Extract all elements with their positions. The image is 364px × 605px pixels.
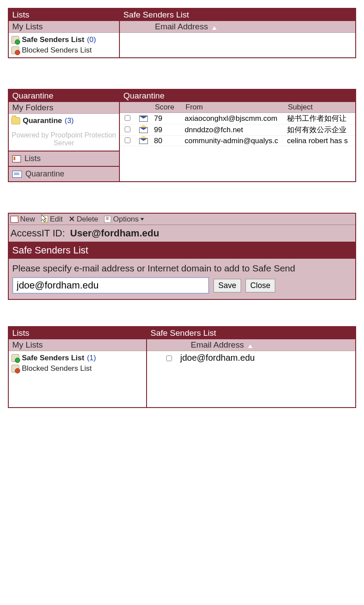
envelope-open-icon: [139, 127, 148, 133]
quarantine-table: Score From Subject 79 axiaoconghxl@bjscm…: [120, 102, 355, 146]
content-title: Safe Senders List: [147, 327, 355, 339]
instruction-text: Please specify e-mail address or Interne…: [9, 259, 355, 277]
powered-by-text: Powered by Proofpoint Protection Server: [9, 128, 119, 151]
lists-panel-empty: Lists My Lists Safe Senders List (0) Blo…: [8, 8, 356, 58]
tree-item-safe-senders[interactable]: Safe Senders List (1): [11, 353, 144, 363]
tree-item-label: Safe Senders List: [22, 354, 84, 362]
column-label: Email Address: [191, 340, 244, 350]
lists-icon: [12, 155, 21, 162]
toolbar-new[interactable]: New: [10, 215, 35, 224]
row-checkbox[interactable]: [125, 137, 130, 143]
envelope-closed-icon: [139, 116, 148, 122]
sort-ascending-icon: [248, 345, 252, 348]
tree-item-label: Safe Senders List: [22, 35, 84, 44]
row-checkbox[interactable]: [125, 127, 130, 132]
tree-item-label: Quarantine: [23, 116, 62, 125]
toolbar-delete[interactable]: ✕ Delete: [69, 215, 98, 224]
cell-from: dnnddzo@fch.net: [183, 124, 285, 136]
toolbar-label: Options: [113, 215, 139, 224]
quarantine-sidebar: Quarantine My Folders Quarantine (3) Pow…: [9, 90, 120, 181]
accessit-id-row: AccessIT ID: User@fordham.edu: [9, 225, 355, 242]
sender-email: jdoe@fordham.edu: [180, 353, 255, 363]
tree-item-safe-senders[interactable]: Safe Senders List (0): [11, 35, 116, 45]
cell-score: 80: [152, 136, 183, 146]
shield-block-icon: [11, 365, 19, 373]
toolbar-label: New: [20, 215, 35, 224]
tree-item-label: Blocked Senders List: [22, 46, 92, 55]
nav-lists[interactable]: Lists: [9, 151, 119, 166]
sidebar-title: Lists: [9, 9, 119, 21]
table-row[interactable]: 99 dnnddzo@fch.net 如何有效公示企业: [120, 124, 355, 136]
folder-icon: [11, 117, 20, 124]
cell-subject: 秘书工作者如何让: [285, 113, 355, 124]
quarantine-content: Quarantine Score From Subject 79 axiaoco…: [120, 90, 355, 181]
edit-panel: New Edit ✕ Delete Options AccessIT ID: U…: [8, 213, 356, 300]
section-title: Safe Senders List: [9, 242, 355, 259]
lists-sidebar: Lists My Lists Safe Senders List (0) Blo…: [9, 9, 120, 57]
safe-senders-content: Safe Senders List Email Address jdoe@for…: [147, 327, 355, 407]
sender-list-row[interactable]: jdoe@fordham.edu: [147, 351, 355, 363]
tree-item-count: (1): [87, 354, 96, 362]
delete-icon: ✕: [69, 215, 75, 224]
shield-check-icon: [11, 354, 19, 362]
sidebar-subtitle: My Lists: [9, 339, 146, 351]
table-row[interactable]: 80 community-admin@qualys.c celina rober…: [120, 136, 355, 146]
envelope-open-icon: [139, 138, 148, 144]
tree-item-count: (3): [65, 116, 74, 125]
toolbar: New Edit ✕ Delete Options: [9, 214, 355, 225]
column-header-email[interactable]: Email Address: [120, 21, 355, 33]
new-icon: [10, 216, 18, 223]
toolbar-label: Delete: [77, 215, 98, 224]
sidebar-subtitle: My Folders: [9, 102, 119, 114]
lists-panel-populated: Lists My Lists Safe Senders List (1) Blo…: [8, 326, 356, 408]
add-sender-row: Save Close: [9, 277, 355, 299]
column-header-email[interactable]: Email Address: [147, 339, 355, 351]
accessit-label: AccessIT ID:: [10, 228, 65, 239]
sidebar-title: Lists: [9, 327, 146, 339]
tree-item-count: (0): [87, 35, 96, 44]
options-icon: [104, 216, 111, 223]
close-button[interactable]: Close: [245, 279, 275, 292]
lists-tree: Safe Senders List (1) Blocked Senders Li…: [9, 351, 146, 407]
shield-block-icon: [11, 46, 19, 54]
lists-tree: Safe Senders List (0) Blocked Senders Li…: [9, 33, 119, 57]
quarantine-icon: [12, 171, 22, 178]
toolbar-options[interactable]: Options: [104, 215, 144, 224]
cell-score: 99: [152, 124, 183, 136]
lists-sidebar: Lists My Lists Safe Senders List (1) Blo…: [9, 327, 147, 407]
svg-marker-1: [41, 215, 46, 222]
email-input[interactable]: [12, 277, 209, 294]
safe-senders-content: Safe Senders List Email Address: [120, 9, 355, 57]
dropdown-caret-icon: [140, 218, 144, 221]
row-checkbox[interactable]: [166, 355, 172, 361]
row-checkbox[interactable]: [125, 115, 130, 121]
column-subject[interactable]: Subject: [285, 102, 355, 113]
tree-item-blocked-senders[interactable]: Blocked Senders List: [11, 363, 144, 374]
content-title: Safe Senders List: [120, 9, 355, 21]
accessit-value: User@fordham.edu: [70, 228, 159, 239]
content-title: Quarantine: [120, 90, 355, 102]
nav-label: Lists: [24, 154, 41, 163]
cell-from: axiaoconghxl@bjscmm.com: [183, 113, 285, 124]
sort-ascending-icon: [212, 26, 217, 30]
tree-item-quarantine-folder[interactable]: Quarantine (3): [11, 116, 116, 126]
cell-score: 79: [152, 113, 183, 124]
column-label: Email Address: [155, 22, 208, 32]
cell-from: community-admin@qualys.c: [183, 136, 285, 146]
shield-check-icon: [11, 36, 19, 44]
column-score[interactable]: Score: [152, 102, 183, 113]
table-row[interactable]: 79 axiaoconghxl@bjscmm.com 秘书工作者如何让: [120, 113, 355, 124]
cell-subject: 如何有效公示企业: [285, 124, 355, 136]
nav-label: Quarantine: [25, 169, 64, 179]
folders-tree: Quarantine (3): [9, 114, 119, 128]
sidebar-title: Quarantine: [9, 90, 119, 102]
sidebar-subtitle: My Lists: [9, 21, 119, 33]
tree-item-blocked-senders[interactable]: Blocked Senders List: [11, 45, 116, 56]
nav-quarantine[interactable]: Quarantine: [9, 166, 119, 181]
toolbar-label: Edit: [50, 215, 63, 224]
tree-item-label: Blocked Senders List: [22, 364, 92, 373]
cell-subject: celina robert has s: [285, 136, 355, 146]
save-button[interactable]: Save: [214, 279, 241, 292]
mouse-cursor-icon: [41, 215, 48, 222]
column-from[interactable]: From: [183, 102, 285, 113]
